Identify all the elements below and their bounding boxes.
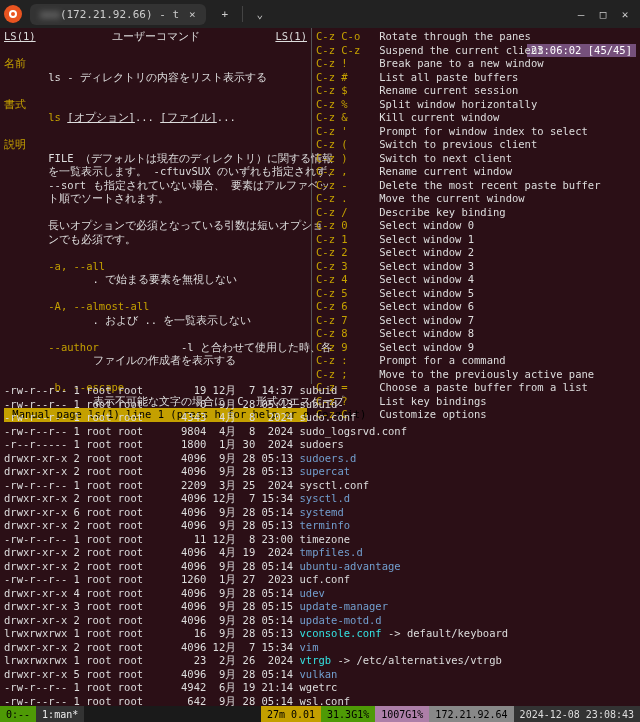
ls-row: -rw-r--r-- 1 root root 1260 1月 27 2023 u… [4, 573, 636, 587]
help-desc: Select window 9 [379, 341, 474, 353]
manpage-header: LS(1) ユーザーコマンド LS(1) [4, 30, 307, 44]
ls-meta: -rw-r--r-- 1 root root 9804 4月 8 2024 [4, 425, 299, 437]
ls-meta: drwxr-xr-x 2 root root 4096 9月 28 05:14 [4, 614, 299, 626]
ls-row: drwxr-xr-x 4 root root 4096 9月 28 05:14 … [4, 587, 636, 601]
ls-meta: drwxr-xr-x 2 root root 4096 12月 7 15:34 [4, 492, 299, 504]
help-row: C-z 2 Select window 2 [316, 246, 636, 260]
help-row: C-z 0 Select window 0 [316, 219, 636, 233]
help-key: C-z - [316, 179, 379, 191]
help-desc: Move to the previously active pane [379, 368, 594, 380]
ls-filename: systemd [299, 506, 343, 518]
help-row: C-z # List all paste buffers [316, 71, 636, 85]
tmux-left-pane[interactable]: LS(1) ユーザーコマンド LS(1) 名前 ls - ディレクトリの内容をリ… [0, 28, 312, 384]
tmux-date: 2024-12-08 23:08:43 [514, 706, 640, 722]
man-header-left: LS(1) [4, 30, 36, 44]
man-opt: -A, --almost-all [4, 300, 307, 314]
ls-row: drwxr-xr-x 2 root root 4096 12月 7 15:34 … [4, 641, 636, 655]
ls-row: -rw-r--r-- 1 root root 9804 4月 8 2024 su… [4, 425, 636, 439]
ls-row: drwxr-xr-x 2 root root 4096 9月 28 05:13 … [4, 452, 636, 466]
ls-filename: vconsole.conf [299, 627, 381, 639]
help-row: C-z C Customize options [316, 408, 636, 422]
ls-filename: udev [299, 587, 324, 599]
help-desc: Choose a paste buffer from a list [379, 381, 588, 393]
tmux-window[interactable]: 1:man* [36, 706, 84, 722]
minimize-button[interactable]: — [570, 3, 592, 25]
help-row: C-z . Move the current window [316, 192, 636, 206]
ls-filename: vtrgb [299, 654, 331, 666]
terminal-area[interactable]: LS(1) ユーザーコマンド LS(1) 名前 ls - ディレクトリの内容をリ… [0, 28, 640, 722]
ls-row: drwxr-xr-x 2 root root 4096 9月 28 05:13 … [4, 519, 636, 533]
help-desc: Suspend the current client [379, 44, 543, 56]
ls-meta: lrwxrwxrwx 1 root root 16 9月 28 05:13 [4, 627, 299, 639]
ls-row: drwxr-xr-x 2 root root 4096 9月 28 05:14 … [4, 560, 636, 574]
ls-meta: -rw-r--r-- 1 root root 11 12月 8 23:00 [4, 533, 299, 545]
ls-filename: subuid [299, 384, 337, 396]
ls-row: drwxr-xr-x 5 root root 4096 9月 28 05:14 … [4, 668, 636, 682]
tmux-right-pane[interactable]: C-z C-o Rotate through the panes23:06:02… [312, 28, 640, 384]
help-row: C-z & Kill current window [316, 111, 636, 125]
help-key: C-z 1 [316, 233, 379, 245]
help-desc: Rotate through the panes [379, 30, 531, 42]
ls-meta: drwxr-xr-x 3 root root 4096 9月 28 05:15 [4, 600, 299, 612]
help-desc: List all paste buffers [379, 71, 518, 83]
ls-meta: -rw-r--r-- 1 root root 4343 4月 8 2024 [4, 411, 299, 423]
ls-filename: vim [299, 641, 318, 653]
ls-row: lrwxrwxrwx 1 root root 16 9月 28 05:13 vc… [4, 627, 636, 641]
ls-meta: -rw-r--r-- 1 root root 642 9月 28 05:14 [4, 695, 299, 707]
ls-meta: drwxr-xr-x 6 root root 4096 9月 28 05:14 [4, 506, 299, 518]
help-desc: Select window 1 [379, 233, 474, 245]
tmux-session[interactable]: 0:-- [0, 706, 36, 722]
tmux-mem: 31.3G1% [321, 706, 375, 722]
man-desc-line: --sort も指定されていない場合、 要素はアルファベッ [4, 179, 307, 193]
tab-user-blurred: xxx [40, 8, 60, 21]
tab-close-icon[interactable]: × [189, 8, 196, 21]
help-desc: Rename current window [379, 165, 512, 177]
ls-row: -rw-r--r-- 1 root root 2209 3月 25 2024 s… [4, 479, 636, 493]
help-desc: Rename current session [379, 84, 518, 96]
help-desc: Select window 7 [379, 314, 474, 326]
help-row: C-z : Prompt for a command [316, 354, 636, 368]
ubuntu-logo-icon [4, 5, 22, 23]
man-opt-desc: . で始まる要素を無視しない [4, 273, 307, 287]
help-desc: Switch to previous client [379, 138, 537, 150]
ls-meta: drwxr-xr-x 2 root root 4096 9月 28 05:13 [4, 519, 299, 531]
maximize-button[interactable]: □ [592, 3, 614, 25]
help-desc: Select window 8 [379, 327, 474, 339]
ls-row: drwxr-xr-x 6 root root 4096 9月 28 05:14 … [4, 506, 636, 520]
help-key: C-z ) [316, 152, 379, 164]
help-desc: Kill current window [379, 111, 499, 123]
help-row: C-z ? List key bindings [316, 395, 636, 409]
help-row: C-z ' Prompt for window index to select [316, 125, 636, 139]
help-key: C-z 2 [316, 246, 379, 258]
new-tab-button[interactable]: + [214, 3, 236, 25]
ls-filename: terminfo [299, 519, 350, 531]
help-row: C-z - Delete the most recent paste buffe… [316, 179, 636, 193]
help-key: C-z 6 [316, 300, 379, 312]
man-desc-line: 長いオプションで必須となっている引数は短いオプショ [4, 219, 307, 233]
help-key: C-z . [316, 192, 379, 204]
man-opt-desc: ファイルの作成者を表示する [4, 354, 307, 368]
help-row: C-z C-o Rotate through the panes23:06:02… [316, 30, 636, 44]
help-key: C-z ! [316, 57, 379, 69]
help-row: C-z 6 Select window 6 [316, 300, 636, 314]
ls-listing[interactable]: -rw-r--r-- 1 root root 19 12月 7 14:37 su… [0, 384, 640, 722]
help-row: C-z 4 Select window 4 [316, 273, 636, 287]
man-header-right: LS(1) [275, 30, 307, 44]
help-desc: Select window 6 [379, 300, 474, 312]
help-row: C-z 9 Select window 9 [316, 341, 636, 355]
help-desc: Select window 4 [379, 273, 474, 285]
tab-dropdown-icon[interactable]: ⌄ [249, 3, 271, 25]
ls-filename: sudo.conf [299, 411, 356, 423]
help-row: C-z ; Move to the previously active pane [316, 368, 636, 382]
close-button[interactable]: ✕ [614, 3, 636, 25]
terminal-tab[interactable]: xxx (172.21.92.66) - t × [30, 4, 206, 25]
ls-meta: lrwxrwxrwx 1 root root 23 2月 26 2024 [4, 654, 299, 666]
ls-meta: drwxr-xr-x 2 root root 4096 9月 28 05:13 [4, 465, 299, 477]
man-opt: --author -l と合わせて使用した時、各 [4, 341, 307, 355]
ls-row: -r--r----- 1 root root 1800 1月 30 2024 s… [4, 438, 636, 452]
help-key: C-z 3 [316, 260, 379, 272]
help-row: C-z = Choose a paste buffer from a list [316, 381, 636, 395]
divider [242, 6, 243, 22]
help-row: C-z 5 Select window 5 [316, 287, 636, 301]
ls-link-target: -> default/keyboard [382, 627, 508, 639]
